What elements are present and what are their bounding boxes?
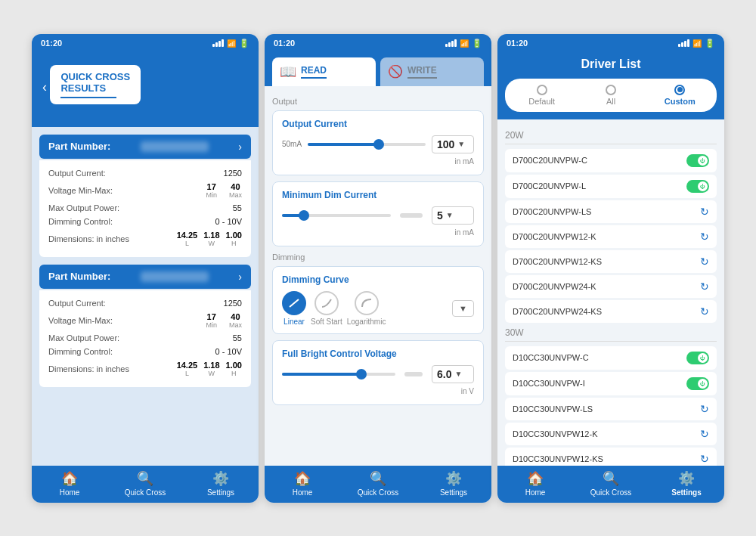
- toggle-30w-0[interactable]: [686, 352, 709, 364]
- quick-cross-badge: QUICK CROSS RESULTS: [50, 65, 141, 104]
- nav-quickcross-2[interactable]: 🔍 Quick Cross: [340, 470, 416, 497]
- driver-item-20w-6[interactable]: D700C20UNVPW24-KS ↻: [505, 300, 717, 323]
- mp-val-1: 55: [233, 203, 242, 212]
- driver-item-20w-0[interactable]: D700C20UNVPW-C: [505, 149, 717, 172]
- diml-sub-1: L: [185, 240, 189, 247]
- driver-name-20w-3: D700C20UNVPW12-K: [513, 232, 596, 241]
- battery-icon-2: 🔋: [472, 39, 482, 48]
- driver-name-20w-6: D700C20UNVPW24-KS: [513, 307, 602, 316]
- fb-dropdown-arrow[interactable]: ▼: [454, 370, 462, 378]
- md-value-box: 5 ▼: [432, 206, 474, 225]
- driver-item-30w-3[interactable]: D10CC30UNVPW12-K ↻: [505, 423, 717, 445]
- md-slider-track[interactable]: [282, 214, 391, 217]
- nav-settings-2[interactable]: ⚙️ Settings: [416, 470, 491, 497]
- screen1-header: ‹ QUICK CROSS RESULTS: [32, 51, 259, 127]
- part-number-row-2[interactable]: Part Number: ›: [39, 265, 251, 289]
- driver-item-20w-4[interactable]: D700C20UNVPW12-KS ↻: [505, 250, 717, 273]
- driver-item-20w-3[interactable]: D700C20UNVPW12-K ↻: [505, 225, 717, 248]
- driver-item-20w-5[interactable]: D700C20UNVPW24-K ↻: [505, 275, 717, 298]
- status-bar-2: 01:20 📶 🔋: [265, 34, 491, 51]
- nav-settings-label-2: Settings: [440, 488, 467, 497]
- oc-val-2: 1250: [224, 299, 242, 308]
- driver-name-20w-0: D700C20UNVPW-C: [513, 156, 587, 165]
- driver-item-30w-2[interactable]: D10CC30UNVPW-LS ↻: [505, 398, 717, 420]
- refresh-icon-30w-4[interactable]: ↻: [700, 453, 709, 465]
- quickcross-icon-2: 🔍: [370, 470, 386, 487]
- refresh-icon-20w-4[interactable]: ↻: [700, 256, 709, 268]
- curve-dropdown[interactable]: ▼: [452, 300, 474, 317]
- vmax-1: 40: [231, 182, 240, 191]
- driver-list-title: Driver List: [497, 51, 724, 79]
- toggle-knob-30w-0: [698, 353, 708, 363]
- chevron-icon-2: ›: [238, 271, 242, 283]
- badge-underline: [60, 97, 116, 98]
- home-icon-3: 🏠: [527, 470, 544, 487]
- oc-slider-track[interactable]: [308, 143, 426, 146]
- write-tab[interactable]: 🚫 WRITE: [380, 57, 484, 86]
- fb-slider-thumb[interactable]: [356, 369, 367, 380]
- refresh-icon-20w-6[interactable]: ↻: [700, 305, 709, 318]
- filter-default-tab[interactable]: Default: [508, 82, 575, 109]
- refresh-icon-30w-2[interactable]: ↻: [700, 403, 709, 415]
- oc-slider-fill: [308, 143, 379, 146]
- read-tab[interactable]: 📖 READ: [272, 57, 376, 86]
- nav-settings-1[interactable]: ⚙️ Settings: [183, 470, 259, 497]
- read-underline: [301, 77, 327, 79]
- part-number-row-1[interactable]: Part Number: ›: [39, 135, 251, 159]
- badge-title-line1: QUICK CROSS: [60, 71, 130, 83]
- curve-linear-option[interactable]: Linear: [282, 291, 306, 326]
- filter-all-tab[interactable]: All: [577, 82, 644, 109]
- toggle-30w-1[interactable]: [686, 377, 709, 390]
- refresh-icon-20w-2[interactable]: ↻: [700, 206, 709, 218]
- driver-item-30w-0[interactable]: D10CC30UNVPW-C: [505, 346, 717, 370]
- vmin-1: 17: [207, 182, 216, 191]
- vmm-label-1: Voltage Min-Max:: [48, 186, 113, 195]
- oc-value: 100: [437, 138, 454, 150]
- driver-item-30w-1[interactable]: D10CC30UNVPW-I: [505, 372, 717, 395]
- refresh-icon-20w-5[interactable]: ↻: [700, 280, 709, 293]
- md-slider-thumb[interactable]: [299, 210, 309, 221]
- curve-log-option[interactable]: Logarithmic: [347, 291, 386, 326]
- driver-item-20w-1[interactable]: D700C20UNVPW-L: [505, 175, 717, 198]
- nav-home-1[interactable]: 🏠 Home: [32, 470, 107, 497]
- battery-icon-3: 🔋: [705, 39, 715, 48]
- part-number-value-1: [141, 141, 209, 152]
- oc-label-2: Output Current:: [48, 299, 106, 308]
- driver-name-20w-2: D700C20UNVPW-LS: [513, 207, 591, 216]
- screen3-body: 20W D700C20UNVPW-C D700C20UNVPW-L D700C2…: [497, 119, 724, 466]
- diml-2: 14.25: [177, 361, 198, 370]
- dimh-sub-2: H: [231, 370, 237, 377]
- nav-quickcross-1[interactable]: 🔍 Quick Cross: [107, 470, 183, 497]
- nav-quickcross-3[interactable]: 🔍 Quick Cross: [573, 470, 649, 497]
- refresh-icon-30w-3[interactable]: ↻: [700, 428, 709, 440]
- nav-home-2[interactable]: 🏠 Home: [265, 470, 340, 497]
- fb-secondary-track: [404, 372, 423, 376]
- oc-dropdown-arrow[interactable]: ▼: [457, 140, 465, 148]
- diml-sub-2: L: [185, 370, 189, 377]
- oc-slider-thumb[interactable]: [373, 139, 384, 150]
- driver-item-20w-2[interactable]: D700C20UNVPW-LS ↻: [505, 200, 717, 223]
- output-section-label: Output: [272, 97, 484, 106]
- nav-settings-3[interactable]: ⚙️ Settings: [649, 470, 724, 497]
- nav-home-label-1: Home: [60, 488, 80, 497]
- oc-val-1: 1250: [224, 169, 242, 178]
- wifi-icon-2: 📶: [460, 39, 469, 48]
- read-icon: 📖: [280, 64, 296, 80]
- toggle-20w-0[interactable]: [686, 154, 709, 167]
- driver-item-30w-4[interactable]: D10CC30UNVPW12-KS ↻: [505, 448, 717, 466]
- curve-softstart-option[interactable]: Soft Start: [311, 291, 342, 326]
- toggle-20w-1[interactable]: [686, 180, 709, 193]
- mp-val-2: 55: [233, 333, 242, 342]
- back-button-1[interactable]: ‹: [42, 79, 47, 95]
- fb-value: 6.0: [437, 368, 451, 380]
- md-dropdown-arrow[interactable]: ▼: [446, 211, 454, 219]
- filter-tabs: Default All Custom: [505, 79, 717, 112]
- nav-home-3[interactable]: 🏠 Home: [497, 470, 573, 497]
- settings-icon-3: ⚙️: [678, 470, 695, 487]
- read-write-tabs: 📖 READ 🚫 WRITE: [265, 51, 491, 86]
- refresh-icon-20w-3[interactable]: ↻: [700, 231, 709, 243]
- fb-value-box: 6.0 ▼: [432, 365, 474, 383]
- group-20w-label: 20W: [505, 130, 717, 141]
- filter-custom-tab[interactable]: Custom: [646, 82, 714, 109]
- fb-slider-track[interactable]: [282, 373, 395, 376]
